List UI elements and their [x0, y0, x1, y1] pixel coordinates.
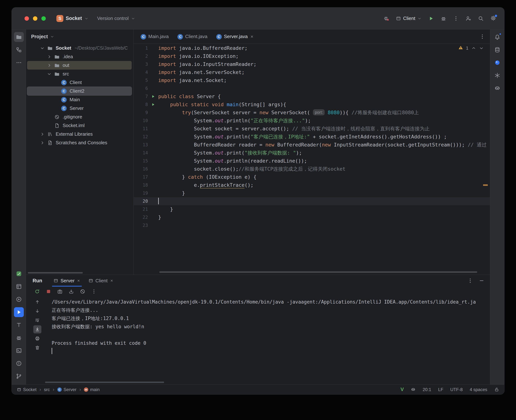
prev-problem-icon[interactable] [471, 46, 476, 51]
run-config-selector[interactable]: Client [396, 15, 421, 21]
inspections-widget[interactable]: 1 [458, 45, 484, 51]
rerun-icon[interactable] [34, 289, 40, 294]
search-icon[interactable] [478, 15, 484, 22]
chevron-down-icon[interactable] [47, 72, 52, 76]
tree-item-server[interactable]: CServer [27, 104, 132, 112]
next-problem-icon[interactable] [479, 46, 484, 51]
code-with-me-icon[interactable] [465, 15, 471, 22]
code-line-2[interactable]: 2import java.io.IOException; [134, 52, 490, 60]
code-line-23[interactable]: 23 [134, 221, 490, 229]
copilot-status-icon[interactable] [411, 387, 416, 392]
tree-item--gitignore[interactable]: .gitignore [27, 112, 132, 121]
run-tab-client[interactable]: Client [84, 275, 117, 286]
tree-item-out[interactable]: out [27, 61, 132, 70]
breadcrumb-src[interactable]: src [44, 387, 50, 392]
close-window-button[interactable] [24, 16, 29, 21]
code-line-10[interactable]: 10 System.out.println("正在等待客户连接..."); [134, 117, 490, 125]
project-widget[interactable]: S Socket [56, 15, 89, 22]
code-line-15[interactable]: 15 System.out.println(reader.readLine())… [134, 157, 490, 165]
plugin-tool-button[interactable] [14, 269, 24, 279]
code-line-1[interactable]: 1import java.io.BufferedReader; [134, 44, 490, 52]
breadcrumb-server[interactable]: CServer [57, 387, 76, 392]
project-panel-header[interactable]: Project [26, 30, 134, 44]
code-line-5[interactable]: 5import java.net.Socket; [134, 76, 490, 84]
breadcrumb-main[interactable]: mmain [84, 387, 100, 392]
up-stack-trace-icon[interactable] [33, 298, 41, 306]
chevron-right-icon[interactable] [40, 140, 45, 145]
todo-tool-button[interactable] [14, 320, 24, 330]
print-icon[interactable] [33, 335, 41, 343]
problems-tool-button[interactable] [14, 359, 24, 368]
chevron-down-icon[interactable] [40, 46, 45, 51]
editor-tab-client-java[interactable]: CClient.java [173, 30, 212, 44]
code-line-3[interactable]: 3import java.io.InputStreamReader; [134, 60, 490, 68]
line-separator[interactable]: LF [438, 387, 443, 392]
code-line-13[interactable]: 13 BufferedReader reader = new BufferedR… [134, 141, 490, 149]
code-line-6[interactable]: 6 [134, 84, 490, 92]
project-tool-button[interactable] [14, 32, 24, 42]
editor-tab-main-java[interactable]: CMain.java [136, 30, 173, 44]
close-tab-icon[interactable] [110, 279, 113, 283]
minimize-window-button[interactable] [33, 16, 37, 21]
tree-item-client[interactable]: CClient [27, 78, 132, 87]
database-tool-button[interactable] [492, 45, 502, 55]
code-line-22[interactable]: 22} [134, 213, 490, 221]
chatgpt-tool-button[interactable] [492, 70, 502, 80]
chevron-right-icon[interactable] [47, 63, 52, 68]
caret-position[interactable]: 20:1 [423, 387, 431, 392]
file-encoding[interactable]: UTF-8 [450, 387, 463, 392]
more-actions-icon[interactable] [453, 15, 459, 22]
code-line-17[interactable]: 17 } catch (IOException e) { [134, 173, 490, 181]
close-tab-icon[interactable] [250, 35, 254, 39]
vim-plugin-icon[interactable]: V [400, 387, 404, 392]
tree-item-client2[interactable]: CClient2 [27, 87, 132, 95]
run-tool-button[interactable] [14, 307, 24, 317]
code-line-16[interactable]: 16 socket.close();//和服务端TCP连接完成之后，记得关闭so… [134, 165, 490, 173]
tree-item-src[interactable]: src [27, 70, 132, 78]
console-more-icon[interactable] [91, 289, 97, 294]
code-line-21[interactable]: 21 } [134, 205, 490, 213]
version-control-widget[interactable]: Version control [97, 15, 135, 21]
copilot-tool-button[interactable] [492, 83, 502, 93]
close-tab-icon[interactable] [77, 279, 80, 283]
tree-item-scratches-and-consoles[interactable]: Scratches and Consoles [27, 138, 132, 147]
notifications-tool-button[interactable] [492, 32, 502, 42]
git-tool-button[interactable] [14, 371, 24, 381]
run-gutter-icon[interactable] [148, 100, 158, 109]
dependencies-tool-button[interactable] [14, 282, 24, 292]
more-tools-tool-button[interactable] [14, 58, 24, 68]
zoom-window-button[interactable] [41, 16, 46, 21]
code-line-14[interactable]: 14 System.out.print("接收到客户端数据: "); [134, 149, 490, 157]
code-editor[interactable]: 1import java.io.BufferedReader;2import j… [134, 44, 490, 275]
code-line-11[interactable]: 11 Socket socket = server.accept(); // 当… [134, 125, 490, 133]
code-line-20[interactable]: 20 [134, 197, 490, 205]
hide-panel-icon[interactable] [479, 278, 485, 284]
editor-tab-server-java[interactable]: CServer.java [212, 30, 258, 44]
chevron-right-icon[interactable] [40, 132, 45, 137]
down-stack-trace-icon[interactable] [33, 307, 41, 315]
code-line-4[interactable]: 4import java.net.ServerSocket; [134, 68, 490, 76]
code-line-18[interactable]: 18 e.printStackTrace(); [134, 181, 490, 189]
services-tool-button[interactable] [14, 294, 24, 304]
debug-button[interactable] [441, 15, 446, 22]
clear-all-icon[interactable] [80, 289, 85, 294]
warning-stripe-mark[interactable] [483, 184, 488, 186]
console-horizontal-scrollbar[interactable] [45, 382, 164, 383]
assistant-tool-button[interactable] [492, 58, 502, 68]
run-tab-server[interactable]: Server [49, 275, 84, 286]
project-horizontal-scrollbar[interactable] [28, 272, 83, 274]
indent-style[interactable]: 4 spaces [470, 387, 487, 392]
code-line-8[interactable]: 8 public static void main(String[] args)… [134, 100, 490, 109]
code-line-12[interactable]: 12 System.out.println("客户端已连接，IP地址:" + s… [134, 133, 490, 141]
scroll-to-end-icon[interactable] [33, 325, 41, 333]
tree-item-socket-iml[interactable]: Socket.iml [27, 121, 132, 130]
settings-button[interactable] [490, 15, 496, 22]
bug-error-icon[interactable] [383, 15, 389, 22]
code-line-9[interactable]: 9 try(ServerSocket server = new ServerSo… [134, 109, 490, 117]
code-line-19[interactable]: 19 } [134, 189, 490, 197]
stop-icon[interactable] [46, 289, 51, 294]
editor-horizontal-scrollbar[interactable] [159, 271, 477, 273]
soft-wrap-icon[interactable] [33, 316, 41, 324]
run-button[interactable] [428, 15, 434, 22]
tree-item--idea[interactable]: .idea [27, 52, 132, 61]
